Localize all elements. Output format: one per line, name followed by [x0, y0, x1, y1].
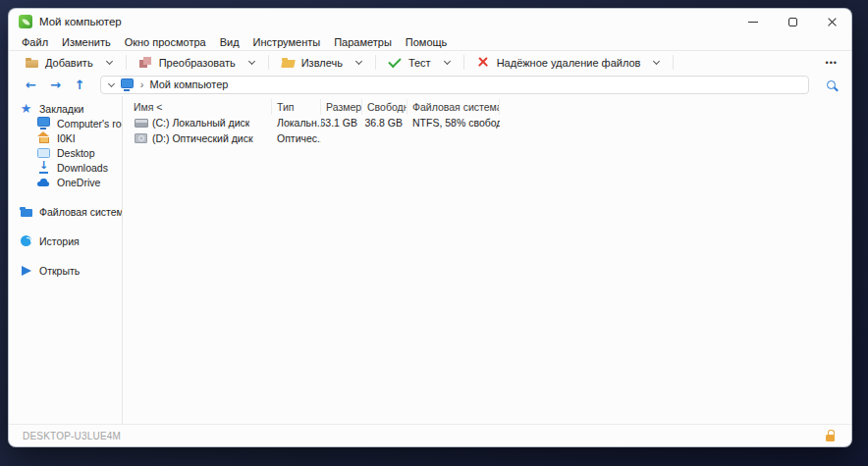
toolbar-button[interactable]: Преобразовать: [133, 54, 262, 71]
name-cell: (D:) Оптический диск: [129, 130, 272, 146]
forward-button[interactable]: →: [45, 78, 66, 91]
menu-item[interactable]: Параметры: [327, 35, 399, 49]
toolbar-separator: [126, 55, 127, 70]
sidebar-item-label: Закладки: [39, 103, 83, 115]
computer-icon: [120, 78, 135, 91]
peazip-app-icon: [19, 15, 32, 28]
toolbar-button-label: Извлечь: [301, 57, 343, 69]
minimize-button[interactable]: [733, 9, 773, 34]
toolbar-button-label: Преобразовать: [159, 57, 236, 69]
dropdown-chevron-icon[interactable]: [355, 58, 362, 65]
sidebar-item[interactable]: Computer's root: [9, 116, 122, 130]
column-header[interactable]: Файловая система: [407, 99, 500, 115]
desktop-wallpaper: { "window": { "title": "Мой компьютер" }…: [0, 0, 868, 466]
sidebar-item-label: Desktop: [57, 147, 95, 159]
menu-bar: Файл Изменить Окно просмотра Вид Инструм…: [9, 34, 851, 51]
menu-item[interactable]: Изменить: [55, 35, 118, 49]
menu-item[interactable]: Окно просмотра: [118, 35, 213, 49]
toolbar-button-label: Добавить: [45, 57, 93, 69]
free-cell: 36.8 GB: [362, 115, 407, 130]
hdd-icon: [134, 117, 148, 129]
home-icon: [36, 131, 51, 144]
sidebar-item[interactable]: Desktop: [9, 145, 122, 160]
column-header[interactable]: Свободно: [362, 99, 407, 115]
size-cell: [321, 130, 362, 146]
sidebar: Закладки Computer's root I0KI Desktop: [9, 96, 123, 424]
column-header[interactable]: Тип: [272, 99, 321, 115]
menu-item[interactable]: Вид: [213, 35, 246, 49]
close-icon: [827, 17, 838, 27]
optical-icon: [134, 132, 148, 145]
convert-icon: [138, 56, 153, 69]
hostname-label: DESKTOP-U3LUE4M: [23, 431, 121, 441]
sidebar-item[interactable]: Закладки: [9, 101, 122, 116]
star-icon: [19, 102, 33, 115]
filesystem-cell: [407, 130, 500, 146]
lock-icon[interactable]: [823, 430, 838, 442]
toolbar-separator: [673, 55, 674, 70]
sidebar-item[interactable]: Downloads: [9, 160, 122, 175]
back-button[interactable]: ←: [21, 78, 41, 91]
dropdown-chevron-icon[interactable]: [106, 58, 113, 65]
toolbar-separator: [268, 55, 269, 70]
toolbar-separator: [463, 55, 464, 70]
sidebar-item-label: Downloads: [57, 162, 108, 174]
table-body: (C:) Локальный диск Локальн... 63.1 GB 3…: [129, 115, 851, 146]
folder-closed-icon: [25, 56, 39, 69]
breadcrumb-separator: ›: [140, 78, 144, 90]
desktop-icon: [36, 146, 51, 159]
window-title: Мой компьютер: [39, 16, 122, 27]
xmark-icon: [476, 56, 491, 69]
menu-item[interactable]: Помощь: [399, 35, 455, 49]
maximize-button[interactable]: [773, 9, 812, 34]
sidebar-item[interactable]: OneDrive: [9, 175, 122, 189]
address-path: Мой компьютер: [149, 78, 228, 90]
toolbar-button[interactable]: Добавить: [19, 54, 120, 71]
toolbar-button-label: Надёжное удаление файлов: [497, 57, 641, 69]
close-button[interactable]: [812, 9, 851, 34]
table-row[interactable]: (C:) Локальный диск Локальн... 63.1 GB 3…: [129, 115, 502, 130]
table-header: Имя < Тип Размер Свободно Файловая систе…: [129, 99, 502, 115]
sidebar-item-label: Файловая система: [39, 206, 123, 218]
sidebar-item[interactable]: Открыть: [9, 263, 122, 278]
folder-open-icon: [281, 56, 296, 69]
sidebar-item[interactable]: Файловая система: [9, 204, 122, 219]
sidebar-item-label: OneDrive: [57, 177, 100, 188]
table-row[interactable]: (D:) Оптический диск Оптичес...: [129, 130, 502, 146]
file-browser-panel: Имя < Тип Размер Свободно Файловая систе…: [123, 96, 851, 424]
check-icon: [388, 56, 403, 69]
toolbar-button[interactable]: Тест: [382, 54, 458, 71]
free-cell: [362, 130, 407, 146]
type-cell: Локальн...: [272, 115, 321, 130]
toolbar-button[interactable]: Надёжное удаление файлов: [470, 54, 668, 71]
name-cell: (C:) Локальный диск: [129, 115, 272, 130]
size-cell: 63.1 GB: [321, 115, 362, 130]
sidebar-item-label: История: [39, 235, 80, 247]
search-icon[interactable]: [827, 80, 836, 89]
dropdown-chevron-icon[interactable]: [248, 58, 255, 65]
up-button[interactable]: ↑: [70, 78, 90, 91]
sidebar-item[interactable]: I0KI: [9, 130, 122, 145]
toolbar-more-button[interactable]: •••: [820, 56, 843, 70]
sidebar-item[interactable]: История: [9, 233, 122, 248]
column-header[interactable]: Имя <: [129, 99, 272, 115]
title-bar: Мой компьютер: [9, 9, 851, 34]
menu-item[interactable]: Инструменты: [246, 35, 328, 49]
drive-name: (D:) Оптический диск: [152, 132, 253, 144]
column-header[interactable]: Размер: [321, 99, 362, 115]
window-controls: [733, 9, 851, 34]
address-bar[interactable]: › Мой компьютер: [100, 76, 809, 94]
sidebar-item-label: Открыть: [39, 265, 80, 277]
filesystem-cell: NTFS, 58% свободно: [407, 115, 500, 130]
dropdown-chevron-icon[interactable]: [444, 58, 451, 65]
download-icon: [36, 161, 51, 174]
toolbar-button[interactable]: Извлечь: [275, 54, 369, 71]
toolbar-buttons: Добавить Преобразовать: [19, 54, 679, 71]
sidebar-item-label: I0KI: [57, 132, 76, 144]
dropdown-chevron-icon[interactable]: [653, 58, 660, 65]
menu-item[interactable]: Файл: [15, 35, 55, 49]
address-dropdown-icon[interactable]: [108, 79, 115, 86]
minimize-icon: [748, 22, 758, 23]
monitor-icon: [36, 117, 51, 129]
sidebar-item-label: Computer's root: [57, 118, 123, 129]
